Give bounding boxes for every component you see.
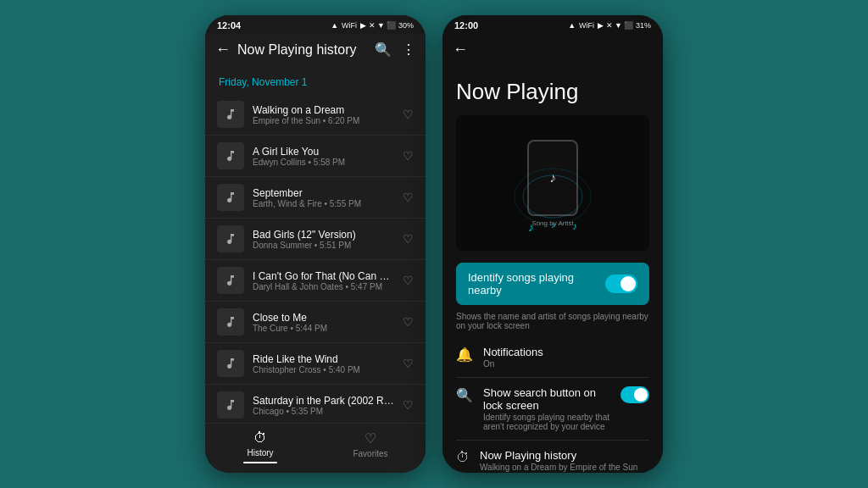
- right-app-bar: ←: [442, 34, 663, 65]
- song-icon: [217, 391, 244, 419]
- music-note-icon: [224, 274, 237, 287]
- sound-waves: [510, 163, 595, 230]
- now-playing-content: Now Playing ♪ Song by Artist ♪ ♪ ♪: [442, 65, 663, 473]
- song-icon: [217, 184, 244, 211]
- section-date: Friday, November 1: [219, 76, 307, 88]
- page-title: Now Playing history: [237, 42, 368, 58]
- list-item[interactable]: Bad Girls (12" Version) Donna Summer • 5…: [205, 219, 426, 260]
- nav-history[interactable]: ⏱ History: [205, 424, 315, 473]
- song-artist: Edwyn Collins • 5:58 PM: [253, 158, 394, 167]
- right-battery-icon: ▶ ✕ ▼ ⬛ 31%: [598, 21, 651, 30]
- song-icon: [217, 142, 244, 169]
- song-icon: [217, 267, 244, 294]
- heart-icon[interactable]: ♡: [403, 191, 414, 204]
- heart-icon[interactable]: ♡: [403, 357, 414, 370]
- setting-icon: 🔍: [456, 387, 473, 403]
- nav-history-indicator: [243, 462, 277, 463]
- song-info: September Earth, Wind & Fire • 5:55 PM: [253, 187, 394, 208]
- left-app-bar: ← Now Playing history 🔍 ⋮: [205, 34, 426, 65]
- song-title: Ride Like the Wind: [253, 353, 394, 365]
- heart-icon[interactable]: ♡: [403, 108, 414, 121]
- song-info: Close to Me The Cure • 5:44 PM: [253, 312, 394, 333]
- song-info: Ride Like the Wind Christopher Cross • 5…: [253, 353, 394, 374]
- song-artist: Daryl Hall & John Oates • 5:47 PM: [253, 282, 394, 291]
- setting-info: Now Playing history Walking on a Dream b…: [480, 449, 639, 473]
- list-item[interactable]: Close to Me The Cure • 5:44 PM ♡: [205, 302, 426, 343]
- heart-icon[interactable]: ♡: [403, 398, 414, 412]
- music-note-icon: [224, 108, 237, 121]
- setting-row[interactable]: ⏱ Now Playing history Walking on a Dream…: [456, 441, 649, 473]
- signal-icon: ▲: [331, 21, 338, 30]
- music-note-icon: [224, 191, 237, 204]
- right-wifi-icon: WiFi: [579, 21, 594, 30]
- right-status-icons: ▲ WiFi ▶ ✕ ▼ ⬛ 31%: [568, 21, 651, 30]
- setting-action: [620, 386, 649, 403]
- identify-toggle-label: Identify songs playing nearby: [468, 271, 605, 297]
- music-note-icon: [224, 149, 237, 163]
- nav-history-label: History: [247, 448, 273, 458]
- left-status-bar: 12:04 ▲ WiFi ▶ ✕ ▼ ⬛ 30%: [205, 15, 426, 34]
- music-note-icon: [224, 357, 237, 370]
- bottom-nav: ⏱ History ♡ Favorites: [205, 423, 426, 473]
- list-item[interactable]: Saturday in the Park (2002 Remaster) Chi…: [205, 385, 426, 423]
- nav-favorites-label: Favorites: [353, 449, 387, 458]
- search-icon[interactable]: 🔍: [375, 42, 392, 58]
- svg-point-0: [523, 175, 582, 218]
- section-header: Friday, November 1: [205, 65, 426, 94]
- list-item[interactable]: A Girl Like You Edwyn Collins • 5:58 PM …: [205, 136, 426, 177]
- music-note-icon: [224, 315, 237, 329]
- setting-info: Show search button on lock screen Identi…: [483, 386, 610, 431]
- setting-subtitle: Identify songs playing nearby that aren'…: [483, 413, 610, 431]
- svg-point-1: [515, 169, 591, 225]
- identify-toggle-row[interactable]: Identify songs playing nearby: [456, 263, 649, 305]
- battery-icon: ▶ ✕ ▼ ⬛ 30%: [360, 21, 414, 30]
- left-phone: 12:04 ▲ WiFi ▶ ✕ ▼ ⬛ 30% ← Now Playing h…: [205, 15, 426, 473]
- song-title: Saturday in the Park (2002 Remaster): [253, 395, 394, 407]
- settings-rows: 🔔 Notifications On 🔍 Show search button …: [456, 337, 649, 473]
- setting-toggle-switch[interactable]: [620, 386, 649, 403]
- song-info: A Girl Like You Edwyn Collins • 5:58 PM: [253, 146, 394, 167]
- list-item[interactable]: Walking on a Dream Empire of the Sun • 6…: [205, 94, 426, 136]
- wifi-icon: WiFi: [342, 21, 357, 30]
- right-back-button[interactable]: ←: [453, 41, 468, 58]
- setting-title: Now Playing history: [480, 449, 639, 462]
- song-title: A Girl Like You: [253, 146, 394, 158]
- setting-subtitle: On: [483, 359, 639, 369]
- appbar-actions: 🔍 ⋮: [375, 42, 415, 58]
- song-icon: [217, 350, 244, 377]
- song-info: Bad Girls (12" Version) Donna Summer • 5…: [253, 229, 394, 250]
- album-art-area: ♪ Song by Artist ♪ ♪ ♪: [456, 115, 649, 251]
- setting-icon: ⏱: [456, 450, 470, 465]
- song-title: I Can't Go for That (No Can Do): [253, 270, 394, 282]
- now-playing-title: Now Playing: [456, 65, 649, 115]
- history-nav-icon: ⏱: [253, 430, 267, 446]
- heart-icon[interactable]: ♡: [403, 149, 414, 163]
- song-info: I Can't Go for That (No Can Do) Daryl Ha…: [253, 270, 394, 291]
- song-icon: [217, 225, 244, 252]
- song-info: Walking on a Dream Empire of the Sun • 6…: [253, 104, 394, 125]
- setting-row[interactable]: 🔍 Show search button on lock screen Iden…: [456, 378, 649, 441]
- song-list: Walking on a Dream Empire of the Sun • 6…: [205, 94, 426, 423]
- setting-row[interactable]: 🔔 Notifications On: [456, 337, 649, 378]
- song-artist: Christopher Cross • 5:40 PM: [253, 365, 394, 374]
- heart-icon[interactable]: ♡: [403, 274, 414, 287]
- list-item[interactable]: Ride Like the Wind Christopher Cross • 5…: [205, 343, 426, 385]
- nav-favorites[interactable]: ♡ Favorites: [315, 424, 426, 473]
- setting-title: Show search button on lock screen: [483, 386, 610, 412]
- song-artist: Chicago • 5:35 PM: [253, 407, 394, 416]
- identify-toggle-switch[interactable]: [605, 274, 637, 293]
- heart-icon[interactable]: ♡: [403, 232, 414, 246]
- setting-info: Notifications On: [483, 346, 639, 369]
- back-button[interactable]: ←: [215, 41, 231, 58]
- song-artist: Empire of the Sun • 6:20 PM: [253, 116, 394, 125]
- nav-favorites-indicator: [353, 463, 387, 464]
- heart-icon[interactable]: ♡: [403, 315, 414, 329]
- toggle-description: Shows the name and artist of songs playi…: [456, 312, 649, 337]
- right-status-bar: 12:00 ▲ WiFi ▶ ✕ ▼ ⬛ 31%: [442, 15, 663, 34]
- more-icon[interactable]: ⋮: [402, 42, 415, 58]
- music-note-icon: [224, 398, 237, 412]
- list-item[interactable]: I Can't Go for That (No Can Do) Daryl Ha…: [205, 260, 426, 302]
- song-artist: Earth, Wind & Fire • 5:55 PM: [253, 199, 394, 208]
- list-item[interactable]: September Earth, Wind & Fire • 5:55 PM ♡: [205, 177, 426, 219]
- song-icon: [217, 308, 244, 336]
